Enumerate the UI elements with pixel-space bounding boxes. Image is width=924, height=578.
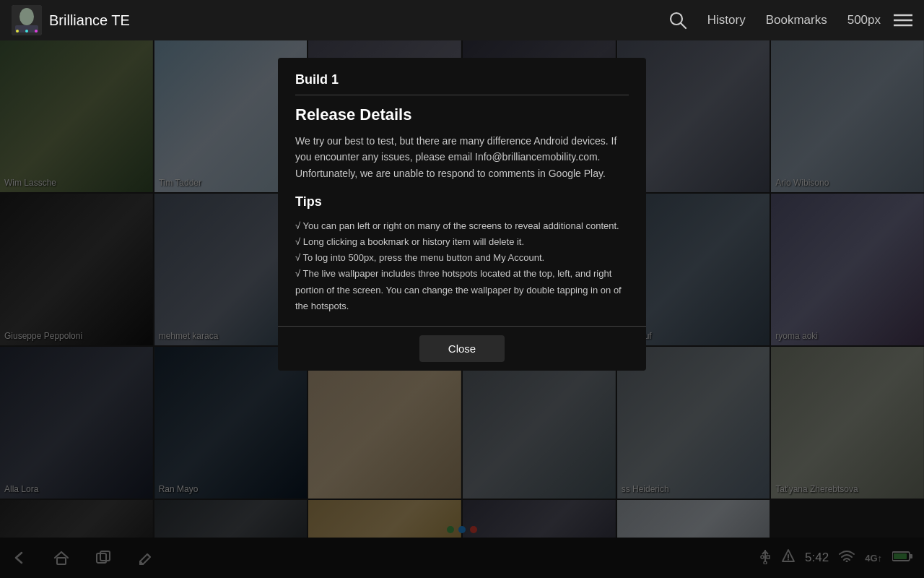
- svg-line-7: [681, 23, 686, 28]
- dialog-build-label: Build 1: [295, 72, 629, 87]
- dialog-tip-1: √ You can pan left or right on many of t…: [295, 218, 629, 234]
- dialog-release-body: We try our best to test, but there are m…: [295, 133, 629, 181]
- dialog-top-divider: [295, 95, 629, 95]
- svg-point-4: [35, 30, 38, 33]
- top-bar: Brilliance TE History Bookmarks 500px: [0, 0, 924, 40]
- dialog-release-title: Release Details: [295, 105, 629, 124]
- dialog-tip-4: √ The live wallpaper includes three hots…: [295, 266, 629, 314]
- svg-point-3: [16, 30, 19, 33]
- search-icon[interactable]: [668, 11, 687, 30]
- dialog-tip-2: √ Long clicking a bookmark or history it…: [295, 234, 629, 250]
- app-logo: [12, 5, 42, 35]
- dialog-close-row: Close: [278, 326, 646, 371]
- dialog-tip-3: √ To log into 500px, press the menu butt…: [295, 250, 629, 266]
- svg-point-5: [25, 30, 28, 33]
- dialog: Build 1 Release Details We try our best …: [278, 58, 646, 371]
- svg-point-1: [19, 8, 34, 25]
- bookmarks-nav[interactable]: Bookmarks: [766, 13, 827, 27]
- resolution-nav[interactable]: 500px: [847, 13, 881, 27]
- logo-area: Brilliance TE: [12, 5, 130, 35]
- close-button[interactable]: Close: [419, 335, 505, 362]
- history-nav[interactable]: History: [707, 13, 746, 27]
- menu-icon[interactable]: [894, 13, 912, 27]
- app-title: Brilliance TE: [49, 12, 130, 29]
- dialog-tips-title: Tips: [295, 194, 629, 210]
